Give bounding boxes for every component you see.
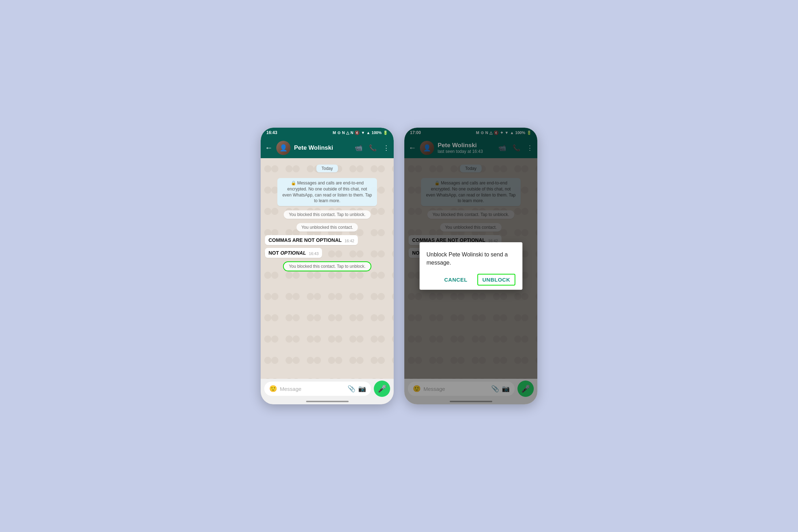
- phone-1: 16:43 M ⊙ N △ N 🔇 ▼ ▲ 100% 🔋 ←: [261, 128, 394, 404]
- emoji-icon-1[interactable]: 🙂: [269, 385, 277, 393]
- sim-icon: N: [350, 131, 353, 135]
- input-box-1[interactable]: 🙂 Message 📎 📷: [264, 382, 371, 396]
- phones-container: 16:43 M ⊙ N △ N 🔇 ▼ ▲ 100% 🔋 ←: [261, 128, 537, 404]
- unblocked-bubble-1: You unblocked this contact.: [297, 223, 358, 232]
- phone-2-inner: 17:00 M ⊙ N △ 🔇 ✦ ▼ ▲ 100% 🔋 ←: [404, 128, 537, 404]
- chat-header-1: ← 👤 Pete Wolinski 📹 📞 ⋮: [261, 138, 394, 158]
- encryption-bubble-1: 🔒 Messages and calls are end-to-end encr…: [277, 178, 377, 206]
- avatar-1[interactable]: 👤: [276, 141, 290, 155]
- video-call-icon-1[interactable]: 📹: [355, 144, 362, 152]
- msg2-with-time: NOT OPTIONAL 16:43: [268, 250, 318, 256]
- input-bar-1: 🙂 Message 📎 📷 🎤: [261, 379, 394, 399]
- phone-1-inner: 16:43 M ⊙ N △ N 🔇 ▼ ▲ 100% 🔋 ←: [261, 128, 394, 404]
- back-button-1[interactable]: ←: [265, 143, 273, 153]
- header-info-1: Pete Wolinski: [294, 144, 351, 151]
- blocked-bubble-1: You blocked this contact. Tap to unblock…: [284, 210, 370, 219]
- msg2-time: 16:43: [309, 251, 319, 256]
- msg1-with-time: COMMAS ARE NOT OPTIONAL 16:42: [268, 237, 354, 243]
- home-indicator-1: [261, 399, 394, 404]
- message-bubble-1: COMMAS ARE NOT OPTIONAL 16:42: [265, 235, 358, 245]
- call-icon-1[interactable]: 📞: [369, 144, 377, 152]
- day-badge-1: Today: [316, 165, 338, 172]
- msg2-text: NOT OPTIONAL: [268, 250, 306, 256]
- status-icons-1: M ⊙ N △ N 🔇 ▼ ▲ 100% 🔋: [333, 131, 388, 135]
- dialog-title: Unblock Pete Wolinski to send a message.: [427, 251, 515, 267]
- battery-icon-1: 🔋: [383, 131, 388, 135]
- header-icons-1: 📹 📞 ⋮: [355, 144, 389, 152]
- message-bubble-2: NOT OPTIONAL 16:43: [265, 248, 322, 258]
- message-row-1: COMMAS ARE NOT OPTIONAL 16:42: [265, 235, 389, 245]
- status-bar-1: 16:43 M ⊙ N △ N 🔇 ▼ ▲ 100% 🔋: [261, 128, 394, 138]
- msg1-text: COMMAS ARE NOT OPTIONAL: [268, 237, 342, 243]
- home-bar-1: [306, 401, 349, 402]
- unblock-button[interactable]: Unblock: [477, 274, 515, 286]
- wifi-icon: ▼: [361, 131, 365, 135]
- phone-2: 17:00 M ⊙ N △ 🔇 ✦ ▼ ▲ 100% 🔋 ←: [404, 128, 537, 404]
- chat-body-1: Today 🔒 Messages and calls are end-to-en…: [261, 158, 394, 379]
- contact-name-1: Pete Wolinski: [294, 144, 351, 151]
- attachment-icon-1[interactable]: 📎: [348, 385, 355, 393]
- gmail-icon: M: [333, 131, 336, 135]
- message-row-2: NOT OPTIONAL 16:43: [265, 248, 389, 258]
- cancel-button[interactable]: Cancel: [440, 274, 472, 286]
- input-placeholder-1: Message: [280, 386, 345, 392]
- mute-icon: 🔇: [355, 131, 360, 135]
- dialog-buttons: Cancel Unblock: [427, 274, 515, 286]
- mic-button-1[interactable]: 🎤: [374, 381, 390, 397]
- upload-icon: △: [346, 131, 349, 135]
- blocked-bubble-2: You blocked this contact. Tap to unblock…: [283, 261, 371, 271]
- time-1: 16:43: [266, 130, 277, 135]
- menu-icon-1[interactable]: ⋮: [383, 144, 389, 152]
- signal-icon: ▲: [366, 131, 370, 135]
- battery-1: 100%: [372, 131, 382, 135]
- blocked-notice-2[interactable]: You blocked this contact. Tap to unblock…: [265, 261, 389, 271]
- avatar-img-1: 👤: [276, 141, 290, 155]
- dialog-overlay: Unblock Pete Wolinski to send a message.…: [404, 128, 537, 404]
- unblocked-notice-1: You unblocked this contact.: [265, 223, 389, 232]
- camera-icon-1[interactable]: 📷: [358, 385, 366, 393]
- dialog-box: Unblock Pete Wolinski to send a message.…: [420, 242, 522, 290]
- blocked-notice-1: You blocked this contact. Tap to unblock…: [265, 210, 389, 219]
- encryption-notice-1[interactable]: 🔒 Messages and calls are end-to-end encr…: [265, 178, 389, 206]
- day-separator-1: Today: [265, 165, 389, 172]
- nav-icon: N: [342, 131, 345, 135]
- clock-icon: ⊙: [337, 131, 340, 135]
- msg1-time: 16:42: [344, 239, 354, 243]
